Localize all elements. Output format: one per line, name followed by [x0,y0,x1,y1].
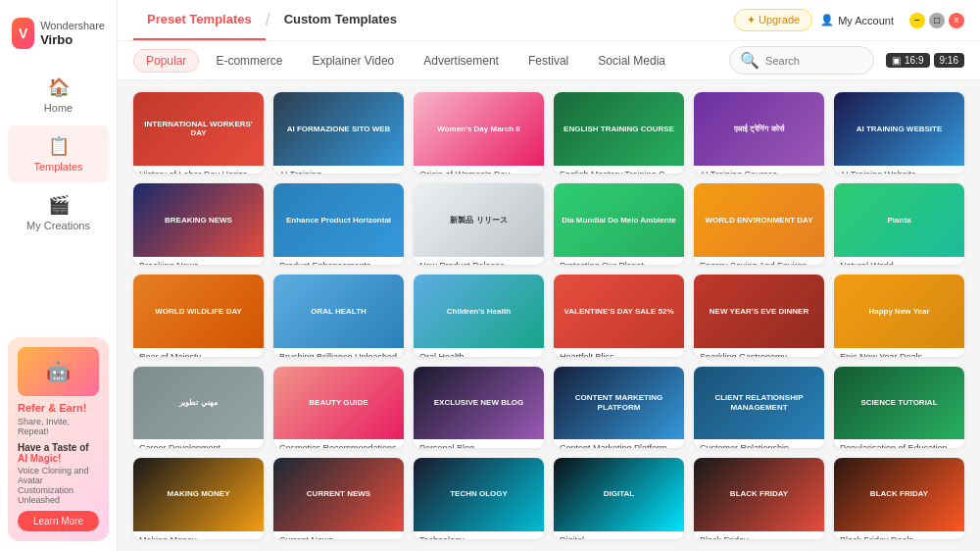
upgrade-button[interactable]: ✦ Upgrade [734,9,812,31]
tab-preset-templates[interactable]: Preset Templates [133,0,266,40]
template-label: Sparkling Gastronomy [694,348,824,356]
template-label: Personal Blog [414,439,544,447]
app-logo-icon: V [12,18,34,49]
template-card[interactable]: Dia Mundial Do Meio AmbienteProtecting O… [554,183,684,265]
nav-label-templates: Templates [33,161,82,173]
promo-title: Refer & Earn! [18,402,99,414]
sidebar-item-templates[interactable]: 📋 Templates [8,125,109,182]
template-label: Heartfelt Bliss [554,348,684,356]
template-card[interactable]: MAKING MONEYMaking Money [133,458,264,539]
ratio-icon: ▣ [892,55,901,66]
search-box[interactable]: 🔍 [729,46,874,75]
template-label: Oral Health [414,348,544,356]
templates-icon: 📋 [48,135,70,157]
template-label: Roar of Majesty [133,348,264,356]
template-label: Origin of Women's Day [414,166,544,174]
template-card[interactable]: Children's HealthOral Health [414,275,544,356]
app-logo-text: Wondershare Virbo [40,20,105,48]
template-card[interactable]: VALENTINE'S DAY SALE 52%Heartfelt Bliss [554,275,684,356]
template-card[interactable]: NEW YEAR'S EVE DINNERSparkling Gastronom… [694,275,824,356]
filter-bar: PopularE-commerceExplainer VideoAdvertis… [118,41,980,80]
maximize-button[interactable]: □ [929,13,945,28]
template-label: New Product Release [414,257,544,265]
promo-subtitle: Share, Invite, Repeat! [18,417,99,436]
template-card[interactable]: BREAKING NEWSBreaking News [133,183,264,265]
template-card[interactable]: EXCLUSIVE NEW BLOGPersonal Blog [414,367,544,448]
template-card[interactable]: CONTENT MARKETING PLATFORMContent Market… [554,367,684,448]
template-label: Making Money [133,531,264,539]
template-card[interactable]: PiantaNatural World [834,183,964,265]
template-card[interactable]: AI TRAINING WEBSITEAI Training Website [834,92,964,174]
template-label: Digital [554,531,684,539]
main-content: Preset Templates / Custom Templates ✦ Up… [118,0,980,551]
nav-label-home: Home [44,102,73,114]
template-label: English Mastery Training Courses [554,166,684,174]
template-label: Current News [273,531,404,539]
template-card[interactable]: एआई ट्रेनिंग कोर्सAI Training Courses [694,92,824,174]
template-card[interactable]: Enhance Product HorizontalProduct Enhanc… [273,183,404,265]
promo-description: Voice Cloning and Avatar Customization U… [18,466,99,505]
filter-tab-ecommerce[interactable]: E-commerce [203,49,295,73]
template-card[interactable]: INTERNATIONAL WORKERS' DAYHistory of Lab… [133,92,264,174]
template-card[interactable]: SCIENCE TUTORIALPopularisation of Educat… [834,367,964,448]
template-card[interactable]: Happy New YearEpic New Year Deals [834,275,964,356]
tab-custom-templates[interactable]: Custom Templates [270,0,411,40]
template-card[interactable]: BLACK FRIDAYBlack Friday Deals [834,458,964,539]
template-label: History of Labor Day Horizontal [133,166,264,174]
template-label: Natural World [834,257,964,265]
template-card[interactable]: ORAL HEALTHBrushing Brilliance Unleashed [273,275,404,356]
template-label: Black Friday Deals [834,531,964,539]
template-label: Epic New Year Deals [834,348,964,356]
window-controls: − □ × [909,13,964,28]
template-label: Technology [414,531,544,539]
nav-label-my-creations: My Creations [26,220,90,231]
template-label: Black Friday [694,531,824,539]
template-label: Career Development [133,439,264,447]
title-bar: Preset Templates / Custom Templates ✦ Up… [118,0,980,41]
sidebar-item-home[interactable]: 🏠 Home [8,67,109,124]
template-label: Product Enhancements [273,257,404,265]
filter-tab-festival[interactable]: Festival [515,49,581,73]
close-button[interactable]: × [949,13,964,28]
filter-tab-explainer[interactable]: Explainer Video [299,49,407,73]
template-card[interactable]: WORLD WILDLIFE DAYRoar of Majesty [133,275,264,356]
search-input[interactable] [765,55,863,67]
filter-tab-advertisement[interactable]: Advertisement [411,49,512,73]
template-label: Cosmetics Recommendations [273,439,404,447]
template-card[interactable]: CLIENT RELATIONSHIP MANAGEMENTCustomer R… [694,367,824,448]
sidebar: V Wondershare Virbo 🏠 Home 📋 Templates 🎬… [0,0,118,551]
template-card[interactable]: Women's Day March 8Origin of Women's Day [414,92,544,174]
template-card[interactable]: 新製品 リリースNew Product Release [414,183,544,265]
template-card[interactable]: DIGITALDigital [554,458,684,539]
template-card[interactable]: AI FORMAZIONE SITO WEBAI Training [273,92,404,174]
template-card[interactable]: TECHN OLOGYTechnology [414,458,544,539]
account-button[interactable]: 👤 My Account [820,14,894,26]
learn-more-button[interactable]: Learn More [18,511,99,531]
template-label: Brushing Brilliance Unleashed [273,348,404,356]
filter-tabs: PopularE-commerceExplainer VideoAdvertis… [133,49,678,73]
filter-tab-social[interactable]: Social Media [585,49,678,73]
filter-tab-popular[interactable]: Popular [133,49,199,73]
title-tabs: Preset Templates / Custom Templates [133,0,411,40]
template-label: Energy Saving And Environmental Protect.… [694,257,824,265]
template-label: Content Marketing Platform [554,439,684,447]
aspect-ratio-badge: ▣ 16:9 [886,53,929,68]
sidebar-nav: 🏠 Home 📋 Templates 🎬 My Creations [0,65,117,243]
template-card[interactable]: CURRENT NEWSCurrent News [273,458,404,539]
template-card[interactable]: ENGLISH TRAINING COURSEEnglish Mastery T… [554,92,684,174]
logo-area: V Wondershare Virbo [0,10,117,65]
my-creations-icon: 🎬 [48,194,70,216]
template-label: Popularisation of Education [834,439,964,447]
promo-card: 🤖 Refer & Earn! Share, Invite, Repeat! H… [8,337,109,541]
template-card[interactable]: مهني تطويرCareer Development [133,367,264,448]
template-card[interactable]: BLACK FRIDAYBlack Friday [694,458,824,539]
template-card[interactable]: WORLD ENVIRONMENT DAYEnergy Saving And E… [694,183,824,265]
template-label: AI Training Website [834,166,964,174]
minimize-button[interactable]: − [909,13,925,28]
template-card[interactable]: BEAUTY GUIDECosmetics Recommendations [273,367,404,448]
sidebar-item-my-creations[interactable]: 🎬 My Creations [8,184,109,241]
duration-badge: 9:16 [934,53,964,68]
template-label: AI Training [273,166,404,174]
template-label: Customer Relationship [694,439,824,447]
template-label: Protecting Our Planet [554,257,684,265]
